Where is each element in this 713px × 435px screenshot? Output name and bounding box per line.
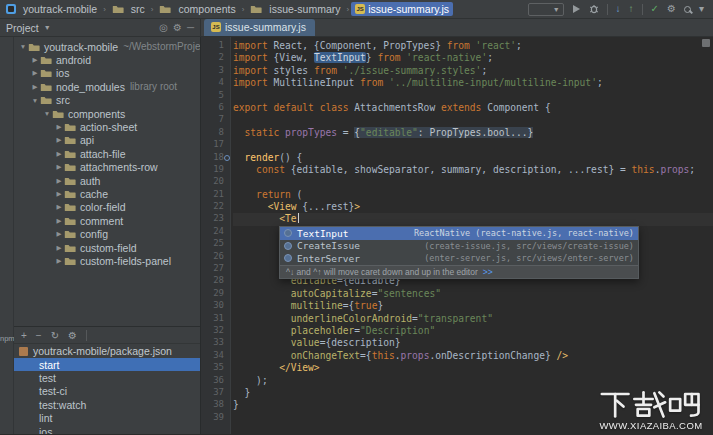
tree-item-components[interactable]: ▼components <box>14 107 200 120</box>
line-number[interactable]: 2 <box>201 52 230 64</box>
line-number[interactable]: 23 <box>201 213 230 225</box>
code-line[interactable]: import MultilineInput from '../multiline… <box>233 77 713 89</box>
project-panel-title[interactable]: Project <box>6 22 39 34</box>
chevron-down-icon[interactable]: ▼ <box>30 97 40 104</box>
tree-item-comment[interactable]: ▶comment <box>14 214 200 227</box>
collapse-chevron-icon[interactable]: ▾ <box>699 4 704 14</box>
chevron-down-icon[interactable]: ▼ <box>42 110 52 117</box>
line-number[interactable]: 33 <box>201 337 230 349</box>
code-line[interactable]: import React, {Component, PropTypes} fro… <box>233 40 713 52</box>
chevron-right-icon[interactable]: ▶ <box>54 244 64 252</box>
npm-script-lint[interactable]: lint <box>14 412 200 425</box>
tree-item-android[interactable]: ▶android <box>14 53 200 66</box>
search-icon[interactable] <box>684 6 691 13</box>
line-number[interactable]: 20 <box>201 176 230 188</box>
code-line[interactable]: value={description} <box>233 337 713 349</box>
checkmark-icon[interactable]: ✓ <box>651 4 659 14</box>
editor[interactable]: 1234567817181920212223242526272829303132… <box>201 37 713 434</box>
line-number[interactable]: 39 <box>201 412 230 424</box>
chevron-right-icon[interactable]: ▶ <box>30 56 40 64</box>
code-line[interactable] <box>233 114 713 126</box>
code-line[interactable]: underlineColorAndroid="transparent" <box>233 313 713 325</box>
tab-issue-summary[interactable]: JS issue-summary.js <box>204 19 315 36</box>
remove-icon[interactable]: − <box>36 330 42 341</box>
add-icon[interactable]: + <box>21 330 27 341</box>
tree-item-config[interactable]: ▶config <box>14 227 200 240</box>
code-line[interactable]: ); <box>233 375 713 387</box>
tree-item-cache[interactable]: ▶cache <box>14 187 200 200</box>
code-line[interactable]: render() { <box>233 152 713 164</box>
line-number[interactable]: 37 <box>201 387 230 399</box>
chevron-down-icon[interactable]: ▼ <box>18 43 28 50</box>
npm-tool-button[interactable]: npm <box>0 334 14 343</box>
code-line[interactable] <box>233 139 713 151</box>
line-number[interactable]: 19 <box>201 164 230 176</box>
npm-script-test-ci[interactable]: test-ci <box>14 385 200 398</box>
line-number[interactable]: 30 <box>201 300 230 312</box>
code-line[interactable]: return ( <box>233 189 713 201</box>
code-line[interactable]: import styles from './issue-summary.styl… <box>233 65 713 77</box>
tree-item-auth[interactable]: ▶auth <box>14 174 200 187</box>
editor-gutter[interactable]: 1234567817181920212223242526272829303132… <box>201 37 231 434</box>
debug-icon[interactable] <box>589 4 599 14</box>
chevron-right-icon[interactable]: ▶ <box>54 257 64 265</box>
chevron-right-icon[interactable]: ▶ <box>54 217 64 225</box>
code-line[interactable]: export default class AttachmentsRow exte… <box>233 102 713 114</box>
tree-item-custom-field[interactable]: ▶custom-field <box>14 241 200 254</box>
chevron-right-icon[interactable]: ▶ <box>54 203 64 211</box>
inspection-status-icon[interactable] <box>702 39 710 47</box>
line-number[interactable]: 32 <box>201 325 230 337</box>
tree-item-api[interactable]: ▶api <box>14 134 200 147</box>
code-line[interactable]: <View {...rest}> <box>233 201 713 213</box>
line-number[interactable]: 25 <box>201 238 230 250</box>
code-line[interactable]: </View> <box>233 362 713 374</box>
line-number[interactable]: 31 <box>201 313 230 325</box>
chevron-right-icon[interactable]: ▶ <box>30 83 40 91</box>
code-line[interactable]: <Te <box>233 213 713 225</box>
line-number[interactable]: 1 <box>201 40 230 52</box>
line-number[interactable]: 36 <box>201 375 230 387</box>
line-number[interactable]: 35 <box>201 362 230 374</box>
line-number[interactable]: 4 <box>201 77 230 89</box>
vcs-commit-icon[interactable]: ↑ <box>629 4 634 14</box>
tree-item-color-field[interactable]: ▶color-field <box>14 201 200 214</box>
code-line[interactable]: onChangeText={this.props.onDescriptionCh… <box>233 350 713 362</box>
line-number[interactable]: 34 <box>201 350 230 362</box>
tree-item-attach-file[interactable]: ▶attach-file <box>14 147 200 160</box>
tree-item-node_modules[interactable]: ▶node_moduleslibrary root <box>14 80 200 93</box>
npm-script-test[interactable]: test <box>14 371 200 384</box>
hide-panel-icon[interactable]: ─ <box>187 22 194 33</box>
line-number[interactable]: 17 <box>201 139 230 151</box>
chevron-right-icon[interactable]: ▶ <box>54 163 64 171</box>
tree-item-src[interactable]: ▼src <box>14 94 200 107</box>
chevron-right-icon[interactable]: ▶ <box>54 123 64 131</box>
chevron-right-icon[interactable]: ▶ <box>30 69 40 77</box>
tree-item-ios[interactable]: ▶ios <box>14 67 200 80</box>
breadcrumb-file[interactable]: JSissue-summary.js <box>351 2 453 16</box>
breadcrumb-project[interactable]: youtrack-mobile <box>19 2 101 16</box>
line-number[interactable]: 3 <box>201 65 230 77</box>
code-line[interactable]: placeholder="Description" <box>233 325 713 337</box>
tree-item-custom-fields-panel[interactable]: ▶custom-fields-panel <box>14 254 200 267</box>
code-line[interactable]: static propTypes = {"editable": PropType… <box>233 127 713 139</box>
vcs-update-icon[interactable]: ↓ <box>616 4 621 14</box>
npm-script-test:watch[interactable]: test:watch <box>14 398 200 411</box>
refresh-icon[interactable]: ↻ <box>51 330 59 341</box>
code-line[interactable] <box>233 90 713 102</box>
code-line[interactable]: multiline={true} <box>233 300 713 312</box>
chevron-right-icon[interactable]: ▶ <box>54 177 64 185</box>
run-config-dropdown[interactable]: ▼ <box>528 3 564 16</box>
completion-item-TextInput[interactable]: TextInputReactNative (react-native.js, r… <box>280 227 638 240</box>
line-number[interactable]: 6 <box>201 102 230 114</box>
line-number[interactable]: 21 <box>201 189 230 201</box>
chevron-right-icon[interactable]: ▶ <box>54 136 64 144</box>
line-number[interactable]: 22 <box>201 201 230 213</box>
code-line[interactable]: import {View, TextInput} from 'react-nat… <box>233 52 713 64</box>
npm-script-start[interactable]: start <box>14 358 200 371</box>
breadcrumb-item-src[interactable]: src <box>108 2 149 16</box>
project-panel-header[interactable]: Project ▼ ◎ ⚙ ─ <box>0 19 201 36</box>
line-number[interactable]: 7 <box>201 114 230 126</box>
code-line[interactable]: autoCapitalize="sentences" <box>233 288 713 300</box>
npm-script-ios[interactable]: ios <box>14 425 200 434</box>
gutter-method-icon[interactable] <box>224 155 230 161</box>
